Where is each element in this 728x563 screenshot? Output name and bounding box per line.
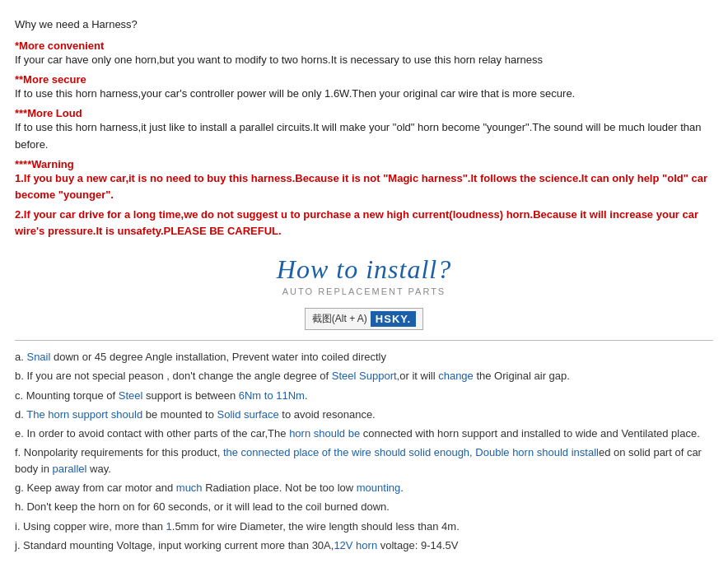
section-body-1: If your car have only one horn,but you w… [15,54,543,66]
step-c: c. Mounting torque of Steel support is b… [15,388,713,404]
section-loud: ***More Loud If to use this horn harness… [15,107,713,152]
star-heading-4: ****Warning [15,158,713,170]
section-body-2: If to use this horn harness,your car's c… [15,87,575,100]
section-secure: **More secure If to use this horn harnes… [15,73,713,102]
step-j: j. Standard mounting Voltage, input work… [15,537,713,554]
warning-body-2: 2.If your car drive for a long time,we d… [15,207,713,240]
install-steps-list: a. Snail down or 45 degree Angle install… [15,349,713,554]
step-h: h. Don't keep the horn on for 60 seconds… [15,499,713,515]
step-a: a. Snail down or 45 degree Angle install… [15,349,713,365]
step-b: b. If you are not special peason , don't… [15,368,713,384]
star-heading-3: ***More Loud [15,107,713,119]
step-i: i. Using copper wire, more than 1.5mm fo… [15,519,713,535]
how-to-install-title: How to install? [15,254,713,285]
screenshot-label: 截图(Alt + A) [312,312,367,326]
auto-replacement-subtitle: AUTO REPLACEMENT PARTS [15,286,713,296]
section-warning: ****Warning 1.If you buy a new car,it is… [15,158,713,240]
step-f: f. Nonpolarity requirements for this pro… [15,444,713,477]
warning-body-1: 1.If you buy a new car,it is no need to … [15,170,713,203]
step-g: g. Keep away from car motor and much Rad… [15,480,713,496]
hsky-logo: HSKY. [371,311,416,327]
step-e: e. In order to avoid contact with other … [15,426,713,442]
page-heading: Why we need a Harness? [15,16,713,33]
star-heading-2: **More secure [15,73,713,86]
star-heading-1: *More convenient [15,40,713,52]
how-to-install-section: How to install? AUTO REPLACEMENT PARTS 截… [15,254,713,341]
section-convenient: *More convenient If your car have only o… [15,40,713,68]
step-d: d. The horn support should be mounted to… [15,407,713,423]
screenshot-bar[interactable]: 截图(Alt + A) HSKY. [305,308,423,330]
section-body-3: If to use this horn harness,it just like… [15,121,702,150]
